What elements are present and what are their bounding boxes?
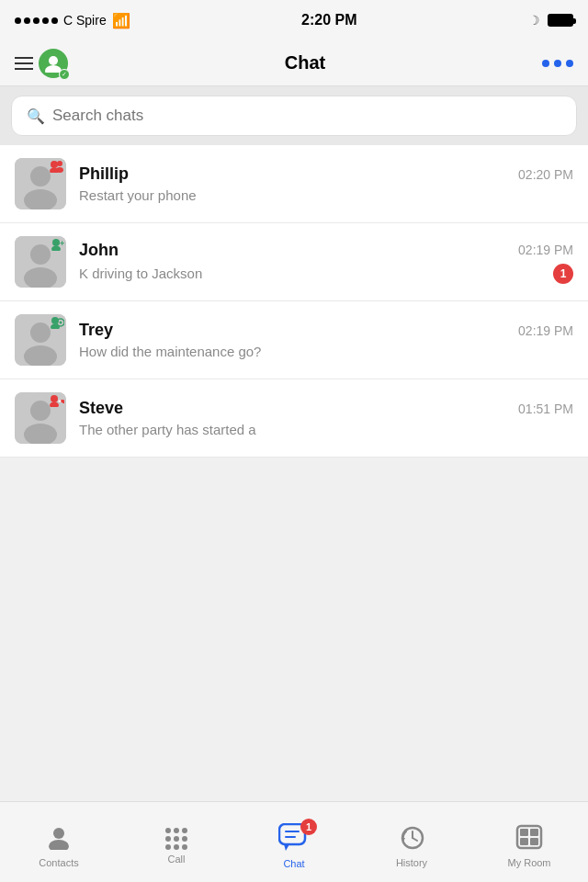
more-options-icon[interactable] [542, 60, 573, 67]
user-avatar[interactable]: ✓ [39, 49, 68, 78]
tab-call-label: Call [168, 854, 186, 865]
unread-badge: 1 [553, 264, 573, 284]
chat-preview: The other party has started a [79, 422, 256, 437]
avatar-john: + [15, 236, 66, 288]
tab-call[interactable]: Call [118, 820, 235, 865]
svg-point-0 [49, 56, 58, 65]
chat-tab-icon: 1 [278, 823, 310, 854]
signal-dots [15, 17, 58, 24]
svg-point-16 [30, 322, 51, 343]
tab-contacts[interactable]: Contacts [0, 817, 118, 868]
svg-line-38 [413, 838, 417, 841]
moon-icon: ☽ [528, 13, 540, 28]
tab-history[interactable]: History [353, 817, 470, 868]
tab-contacts-label: Contacts [39, 857, 78, 868]
search-icon: 🔍 [27, 107, 45, 125]
svg-rect-42 [530, 829, 538, 836]
chat-content-john: John 02:19 PM K driving to Jackson 1 [79, 241, 573, 284]
tab-bar: Contacts Call 1 Chat [0, 801, 588, 882]
svg-rect-44 [530, 838, 538, 845]
chat-time: 01:51 PM [518, 401, 573, 416]
chat-name: Phillip [79, 164, 129, 184]
header-left: ✓ [15, 49, 68, 78]
chat-content-steve: Steve 01:51 PM The other party has start… [79, 399, 573, 437]
chat-item-trey[interactable]: Trey 02:19 PM How did the maintenance go… [0, 301, 588, 379]
svg-point-3 [30, 166, 51, 187]
svg-point-21 [60, 322, 62, 324]
chat-badge: 1 [300, 819, 317, 835]
tab-history-label: History [396, 857, 427, 868]
svg-point-30 [53, 828, 64, 839]
header: ✓ Chat [0, 40, 588, 86]
status-bar: C Spire 📶 2:20 PM ☽ [0, 0, 588, 40]
svg-rect-29 [62, 401, 64, 403]
chat-item-phillip[interactable]: Phillip 02:20 PM Restart your phone [0, 145, 588, 223]
status-right: ☽ [528, 13, 573, 28]
myroom-icon [515, 824, 543, 854]
battery-icon [548, 14, 573, 27]
svg-point-31 [49, 840, 69, 850]
svg-text:+: + [60, 239, 64, 248]
search-input[interactable] [52, 107, 561, 125]
search-bar[interactable]: 🔍 [11, 96, 577, 136]
svg-rect-41 [520, 829, 528, 836]
status-icon-red-group [50, 160, 64, 176]
svg-point-26 [50, 402, 59, 408]
chat-time: 02:19 PM [518, 243, 573, 257]
carrier-label: C Spire [63, 13, 107, 28]
chat-list: Phillip 02:20 PM Restart your phone + [0, 145, 588, 458]
tab-chat[interactable]: 1 Chat [235, 816, 353, 869]
avatar-phillip [15, 158, 66, 209]
call-icon [165, 828, 187, 850]
chat-content-phillip: Phillip 02:20 PM Restart your phone [79, 164, 573, 203]
chat-item-john[interactable]: + John 02:19 PM K driving to Jackson 1 [0, 223, 588, 301]
chat-time: 02:20 PM [518, 167, 573, 182]
svg-point-12 [52, 239, 60, 246]
menu-icon[interactable] [15, 57, 33, 70]
chat-item-steve[interactable]: Steve 01:51 PM The other party has start… [0, 379, 588, 458]
page-title: Chat [285, 52, 325, 74]
status-icon-green-plus: + [51, 238, 64, 254]
chat-name: Trey [79, 321, 113, 340]
search-bar-section: 🔍 [0, 86, 588, 145]
svg-point-28 [59, 400, 62, 402]
chat-preview: K driving to Jackson [79, 266, 202, 281]
chat-name: Steve [79, 399, 123, 418]
tab-myroom-label: My Room [507, 857, 550, 868]
history-icon [399, 824, 424, 854]
svg-point-23 [30, 401, 51, 421]
svg-rect-43 [520, 838, 528, 845]
status-icon-red-key [50, 394, 64, 411]
chat-preview: How did the maintenance go? [79, 344, 261, 359]
svg-marker-35 [284, 844, 289, 851]
avatar-steve [15, 392, 66, 444]
tab-chat-label: Chat [283, 858, 304, 869]
status-left: C Spire 📶 [15, 12, 130, 29]
contacts-icon [46, 824, 72, 854]
svg-point-7 [57, 161, 62, 166]
chat-content-trey: Trey 02:19 PM How did the maintenance go… [79, 321, 573, 359]
svg-point-10 [30, 244, 51, 265]
svg-point-25 [51, 395, 58, 402]
avatar-check-icon: ✓ [59, 69, 70, 80]
status-icon-green-settings [50, 316, 64, 333]
svg-point-5 [51, 161, 58, 168]
chat-name: John [79, 241, 119, 260]
status-time: 2:20 PM [301, 12, 356, 28]
chat-preview: Restart your phone [79, 187, 197, 203]
svg-point-8 [56, 167, 63, 173]
tab-myroom[interactable]: My Room [470, 817, 588, 868]
wifi-icon: 📶 [112, 12, 130, 29]
avatar-trey [15, 314, 66, 366]
chat-time: 02:19 PM [518, 323, 573, 338]
